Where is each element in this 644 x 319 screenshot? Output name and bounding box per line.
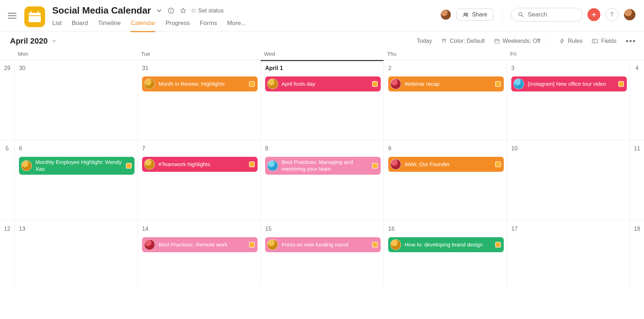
tab-forms[interactable]: Forms xyxy=(200,20,217,32)
day-number: 9 xyxy=(388,145,504,152)
task-card[interactable]: Press on new funding round xyxy=(265,237,381,252)
chevron-down-icon xyxy=(51,38,57,44)
project-title[interactable]: Social Media Calendar xyxy=(52,5,151,16)
help-button[interactable]: ? xyxy=(605,8,618,21)
svg-rect-12 xyxy=(592,39,598,43)
task-title: Month in Review: Highlights xyxy=(158,81,249,88)
share-button[interactable]: Share xyxy=(457,9,493,21)
svg-rect-11 xyxy=(495,39,499,43)
assignee-avatar xyxy=(390,239,401,250)
task-title: Best Practices: Remote work xyxy=(158,241,249,248)
divider xyxy=(502,9,502,21)
set-status-button[interactable]: Set status xyxy=(192,8,224,14)
task-tag-icon xyxy=(372,81,378,87)
day-cell[interactable]: 2Webinar recap xyxy=(384,60,507,140)
assignee-avatar xyxy=(390,79,401,89)
add-button[interactable] xyxy=(587,8,600,21)
svg-rect-4 xyxy=(29,15,41,16)
calendar-icon xyxy=(494,38,500,44)
day-number: 10 xyxy=(511,145,627,152)
tab-board[interactable]: Board xyxy=(72,20,88,32)
day-cell[interactable]: 16How to: developing brand design xyxy=(384,221,507,286)
tab-timeline[interactable]: Timeline xyxy=(98,20,121,32)
tab-progress[interactable]: Progress xyxy=(165,20,190,32)
task-card[interactable]: How to: developing brand design xyxy=(388,237,504,252)
tab-more[interactable]: More... xyxy=(227,20,246,32)
task-tag-icon xyxy=(372,242,378,248)
project-tabs: ListBoardTimelineCalendarProgressFormsMo… xyxy=(52,20,440,32)
task-tag-icon xyxy=(249,242,255,248)
day-number: 16 xyxy=(388,226,504,232)
task-card[interactable]: Best Practices: Managing and mentoring y… xyxy=(265,157,381,175)
menu-toggle-icon[interactable] xyxy=(8,11,18,21)
calendar-grid: MonTueWedThuFri 293031Month in Review: H… xyxy=(0,49,644,286)
task-card[interactable]: Best Practices: Remote work xyxy=(142,237,258,252)
project-color-icon[interactable] xyxy=(24,6,45,27)
task-card[interactable]: [Instagram] New office tour video xyxy=(511,76,627,91)
svg-rect-3 xyxy=(38,11,39,14)
task-card[interactable]: Webinar recap xyxy=(388,76,504,91)
tab-list[interactable]: List xyxy=(52,20,62,32)
task-tag-icon xyxy=(495,81,501,87)
search-icon xyxy=(518,11,524,18)
day-cell[interactable]: 31Month in Review: Highlights xyxy=(137,60,260,140)
day-header: Mon xyxy=(14,49,137,60)
rules-button[interactable]: Rules xyxy=(559,38,582,44)
task-tag-icon xyxy=(126,163,132,169)
color-filter[interactable]: Color: Default xyxy=(441,38,485,44)
day-cell[interactable]: 8Best Practices: Managing and mentoring … xyxy=(260,140,384,220)
day-cell[interactable]: 14Best Practices: Remote work xyxy=(137,221,260,286)
fields-button[interactable]: Fields xyxy=(592,38,616,44)
task-card[interactable]: Month in Review: Highlights xyxy=(142,76,258,91)
today-button[interactable]: Today xyxy=(417,38,432,44)
assignee-avatar xyxy=(267,239,278,250)
day-number: 3 xyxy=(511,65,627,71)
assignee-avatar xyxy=(21,160,32,171)
more-options-icon[interactable]: ••• xyxy=(626,36,636,46)
day-cell[interactable]: 10 xyxy=(507,140,630,220)
task-title: AMA: Our Founder xyxy=(405,161,495,168)
day-cell[interactable]: 7#Teamwork highlights xyxy=(137,140,260,220)
tab-calendar[interactable]: Calendar xyxy=(131,20,155,32)
day-cell[interactable]: 9AMA: Our Founder xyxy=(384,140,507,220)
search-input[interactable]: Search xyxy=(511,8,582,21)
weekend-edge: 12 xyxy=(0,221,14,286)
day-cell[interactable]: 17 xyxy=(507,221,630,286)
task-title: Best Practices: Managing and mentoring y… xyxy=(282,159,372,173)
day-number: 2 xyxy=(388,65,504,71)
share-label: Share xyxy=(472,11,487,18)
lightning-icon xyxy=(559,38,565,44)
day-cell[interactable]: 30 xyxy=(14,60,137,140)
day-number: April 1 xyxy=(265,65,381,71)
palette-icon xyxy=(441,38,447,44)
weekend-edge: 18 xyxy=(630,221,644,286)
day-cell[interactable]: 13 xyxy=(14,221,137,286)
chevron-down-icon[interactable] xyxy=(156,8,162,14)
day-cell[interactable]: 3[Instagram] New office tour video xyxy=(507,60,630,140)
task-title: Press on new funding round xyxy=(282,241,372,248)
task-tag-icon xyxy=(249,81,255,87)
set-status-label: Set status xyxy=(198,8,224,14)
user-avatar[interactable] xyxy=(623,8,636,21)
star-icon[interactable] xyxy=(180,7,187,14)
weekends-toggle[interactable]: Weekends: Off xyxy=(494,38,540,44)
divider xyxy=(550,37,550,45)
svg-point-6 xyxy=(171,9,171,10)
day-cell[interactable]: 15Press on new funding round xyxy=(260,221,384,286)
day-header: Thu xyxy=(384,49,507,60)
week-row: 56Monthly Employee Highlight: Wendy Xao7… xyxy=(0,140,644,220)
svg-rect-2 xyxy=(30,11,32,14)
assignee-avatar xyxy=(513,79,524,89)
task-card[interactable]: April fools day xyxy=(265,76,381,91)
task-card[interactable]: #Teamwork highlights xyxy=(142,157,258,172)
assignee-avatar xyxy=(144,159,155,170)
info-icon[interactable] xyxy=(167,7,175,14)
task-title: Webinar recap xyxy=(405,81,495,88)
task-card[interactable]: AMA: Our Founder xyxy=(388,157,504,172)
month-picker[interactable]: April 2020 xyxy=(10,36,57,46)
day-cell[interactable]: 6Monthly Employee Highlight: Wendy Xao xyxy=(14,140,137,220)
task-card[interactable]: Monthly Employee Highlight: Wendy Xao xyxy=(19,157,135,175)
day-cell[interactable]: April 1April fools day xyxy=(260,60,384,140)
member-avatar[interactable] xyxy=(440,9,452,20)
day-number: 8 xyxy=(265,145,381,152)
